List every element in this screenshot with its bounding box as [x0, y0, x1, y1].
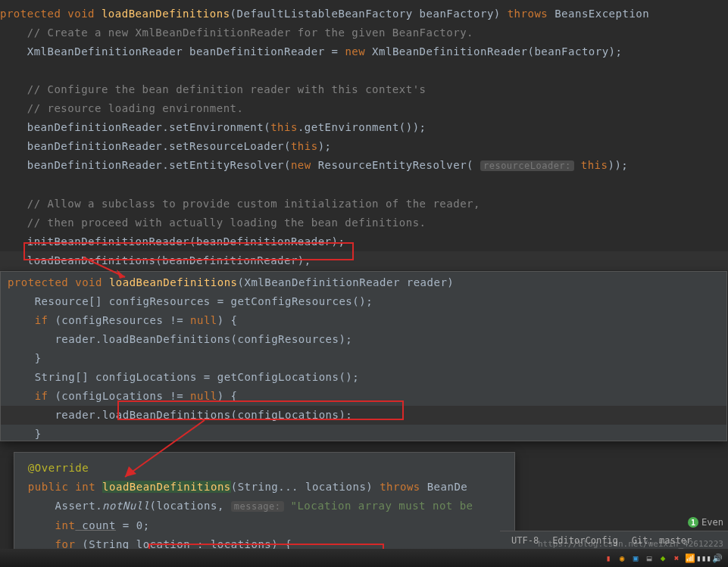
code-line: }: [1, 425, 726, 444]
tray-icon[interactable]: ◆: [657, 552, 669, 564]
code-line: String[] configLocations = getConfigLoca…: [1, 368, 726, 387]
badge-label: Even: [701, 517, 723, 528]
tray-icon[interactable]: ▣: [630, 552, 642, 564]
notification-badge[interactable]: 1 Even: [688, 517, 723, 528]
code-line: beanDefinitionReader.setEnvironment(this…: [0, 118, 728, 137]
code-line: beanDefinitionReader.setResourceLoader(t…: [0, 137, 728, 156]
tray-icon[interactable]: ▮: [602, 552, 614, 564]
code-line: @Override: [14, 459, 514, 478]
code-line: loadBeanDefinitions(beanDefinitionReader…: [0, 251, 728, 270]
code-line: [0, 61, 728, 80]
code-line: protected void loadBeanDefinitions(Defau…: [0, 5, 728, 23]
code-comment: // resource loading environment.: [0, 99, 728, 118]
code-comment: // Create a new XmlBeanDefinitionReader …: [0, 23, 728, 42]
code-line: reader.loadBeanDefinitions(configLocatio…: [1, 406, 726, 425]
code-line: int count = 0;: [14, 516, 514, 535]
code-line: protected void loadBeanDefinitions(XmlBe…: [1, 273, 726, 292]
param-hint: resourceLoader:: [480, 160, 574, 171]
tray-icon[interactable]: ⬓: [643, 552, 655, 564]
code-line: Assert.notNull(locations, message: "Loca…: [14, 497, 514, 516]
code-line: reader.loadBeanDefinitions(configResourc…: [1, 330, 726, 349]
code-comment: // Configure the bean definition reader …: [0, 80, 728, 99]
wifi-signal-icon[interactable]: ▮▮▮: [698, 552, 710, 564]
status-encoding[interactable]: UTF-8: [511, 535, 539, 546]
code-comment: // Allow a subclass to provide custom in…: [0, 195, 728, 213]
code-line: if (configLocations != null) {: [1, 387, 726, 406]
code-line: beanDefinitionReader.setEntityResolver(n…: [0, 156, 728, 176]
code-line: public int loadBeanDefinitions(String...…: [14, 478, 514, 497]
tray-icon[interactable]: ◉: [616, 552, 628, 564]
watermark-text: https://blog.csdn.net/weixin_42612223: [538, 539, 723, 549]
badge-count: 1: [688, 517, 698, 528]
param-hint: message:: [231, 501, 284, 512]
code-line: [0, 176, 728, 195]
tray-icon[interactable]: ✖: [670, 552, 683, 564]
code-editor[interactable]: protected void loadBeanDefinitions(Defau…: [0, 0, 728, 289]
code-popup-tooltip[interactable]: protected void loadBeanDefinitions(XmlBe…: [0, 271, 727, 441]
code-line: }: [1, 349, 726, 368]
code-line: Resource[] configResources = getConfigRe…: [1, 292, 726, 311]
windows-taskbar[interactable]: ▮ ◉ ▣ ⬓ ◆ ✖ 📶 ▮▮▮ 🔊: [0, 549, 728, 567]
volume-icon[interactable]: 🔊: [711, 552, 723, 564]
code-comment: // then proceed with actually loading th…: [0, 213, 728, 232]
code-line: XmlBeanDefinitionReader beanDefinitionRe…: [0, 42, 728, 61]
code-line: if (configResources != null) {: [1, 311, 726, 330]
network-icon[interactable]: 📶: [684, 552, 696, 564]
code-line: initBeanDefinitionReader(beanDefinitionR…: [0, 232, 728, 251]
